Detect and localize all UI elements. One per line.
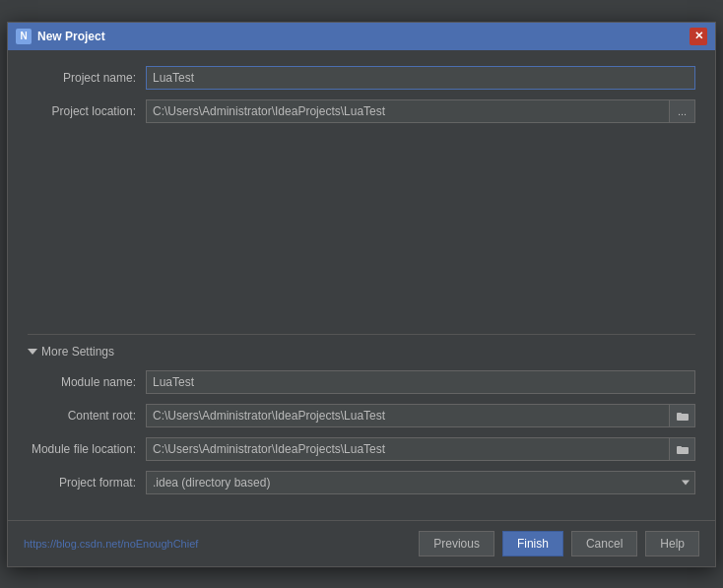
- project-location-row: Project location: ...: [28, 99, 695, 123]
- project-format-select[interactable]: .idea (directory based) Eclipse (classic…: [146, 471, 695, 494]
- more-settings-section: More Settings Module name: Content root:: [28, 334, 695, 494]
- new-project-window: N New Project ✕ Project name: Project lo…: [7, 22, 716, 567]
- folder-icon: [677, 444, 689, 454]
- project-location-label: Project location:: [28, 104, 146, 118]
- content-root-input-group: [146, 404, 695, 427]
- module-file-location-row: Module file location:: [28, 437, 695, 461]
- cancel-button[interactable]: Cancel: [571, 531, 637, 556]
- more-settings-label: More Settings: [41, 345, 114, 359]
- content-root-browse-button[interactable]: [670, 404, 695, 427]
- folder-icon: [677, 411, 689, 421]
- module-file-location-label: Module file location:: [28, 442, 146, 456]
- footer: https://blog.csdn.net/noEnoughChief Prev…: [8, 520, 715, 566]
- content-root-input[interactable]: [146, 404, 670, 427]
- close-button[interactable]: ✕: [690, 28, 707, 45]
- finish-button[interactable]: Finish: [502, 531, 563, 556]
- svg-rect-3: [677, 446, 682, 449]
- module-file-location-browse-button[interactable]: [670, 437, 695, 461]
- module-name-input[interactable]: [146, 370, 695, 394]
- window-title: New Project: [37, 30, 105, 43]
- project-format-label: Project format:: [28, 476, 146, 490]
- project-name-row: Project name:: [28, 66, 695, 90]
- form-content: Project name: Project location: ... More…: [8, 50, 715, 520]
- project-name-input[interactable]: [146, 66, 695, 90]
- project-location-browse-button[interactable]: ...: [670, 99, 695, 123]
- footer-link[interactable]: https://blog.csdn.net/noEnoughChief: [24, 538, 411, 550]
- more-settings-toggle[interactable]: More Settings: [28, 345, 695, 359]
- content-root-label: Content root:: [28, 409, 146, 423]
- module-name-row: Module name:: [28, 370, 695, 394]
- project-name-label: Project name:: [28, 71, 146, 85]
- project-location-input-group: ...: [146, 99, 695, 123]
- window-icon: N: [16, 29, 32, 44]
- help-button[interactable]: Help: [645, 531, 699, 556]
- project-format-row: Project format: .idea (directory based) …: [28, 471, 695, 494]
- empty-space: [28, 133, 695, 330]
- window-icon-label: N: [20, 31, 27, 41]
- module-file-location-input-group: [146, 437, 695, 461]
- svg-rect-1: [677, 413, 682, 416]
- expand-icon: [28, 349, 37, 355]
- previous-button[interactable]: Previous: [419, 531, 494, 556]
- module-file-location-input[interactable]: [146, 437, 670, 461]
- title-bar: N New Project ✕: [8, 23, 715, 50]
- title-bar-left: N New Project: [16, 29, 105, 44]
- project-location-input[interactable]: [146, 99, 670, 123]
- project-format-select-wrapper: .idea (directory based) Eclipse (classic…: [146, 471, 695, 494]
- content-root-row: Content root:: [28, 404, 695, 427]
- module-name-label: Module name:: [28, 375, 146, 389]
